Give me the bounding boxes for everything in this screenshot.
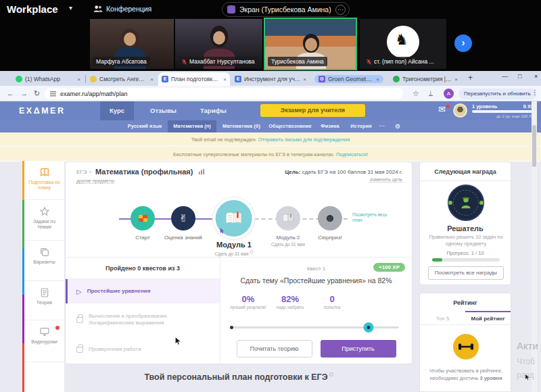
telegram-subscribe-link[interactable]: Подписаться!	[336, 151, 368, 157]
target-slider[interactable]	[230, 322, 399, 332]
close-icon[interactable]: ×	[376, 76, 379, 82]
stats-chart-icon[interactable]	[198, 168, 205, 175]
browser-tab-active[interactable]: Е План подготовки | Матем×	[158, 72, 230, 86]
close-icon[interactable]: ×	[223, 76, 227, 82]
site-info-icon[interactable]	[50, 91, 56, 97]
sidebar-item-theory[interactable]: Теория	[24, 281, 64, 320]
slider-current-dot	[230, 326, 233, 329]
overlay-text-fragment: Акти	[517, 340, 538, 351]
browser-profile-avatar[interactable]: A	[444, 89, 454, 99]
restart-update-button[interactable]: Перезапустить и обновить	[458, 89, 536, 99]
trig-favicon	[393, 76, 400, 82]
open-book-icon	[225, 212, 243, 225]
examer-logo[interactable]: EXΔMER	[19, 106, 65, 116]
download-icon[interactable]: ↓	[429, 89, 433, 96]
browser-tab-grouped[interactable]: G Groen Geometry Class Sys×	[311, 72, 387, 86]
book-icon	[39, 167, 50, 178]
subject-tab-math-p[interactable]: Математика (п)	[168, 120, 216, 132]
conference-tab[interactable]: Конференция	[106, 5, 151, 13]
quest-item-test[interactable]: Проверочная работа	[66, 336, 220, 363]
solver-badge-icon	[448, 185, 484, 221]
close-icon[interactable]: ×	[303, 76, 306, 82]
quest-item-equations[interactable]: ▷ Простейшие уравнения	[66, 279, 220, 303]
video-tile-active-speaker[interactable]: Турисбекова Амина	[264, 18, 357, 70]
close-icon[interactable]: ×	[454, 76, 458, 82]
quests-progress-header: Пройдено 0 квестов из 3	[66, 258, 220, 279]
surprise-character-icon: ☻	[318, 206, 342, 230]
closed-book-icon	[282, 214, 294, 223]
info-icon[interactable]	[250, 250, 253, 253]
close-icon[interactable]: ×	[150, 76, 154, 82]
people-icon	[93, 5, 103, 13]
video-tile[interactable]: ♞ ст. (пип пол) Айсана ...	[360, 19, 446, 69]
slider-handle[interactable]	[364, 322, 374, 333]
path-node-surprise[interactable]: ☻ Сюрприз!	[318, 206, 342, 241]
address-bar[interactable]: examer.ru/app/math/plan	[45, 88, 403, 99]
other-subjects-link[interactable]: другие предметы	[76, 178, 114, 184]
subject-tab-social[interactable]: Обществознание	[265, 120, 315, 132]
read-theory-button[interactable]: Почитать теорию	[237, 340, 312, 358]
browser-tab[interactable]: Е Инструмент для учителя×	[231, 72, 310, 86]
close-icon[interactable]: ×	[77, 76, 80, 82]
chevron-down-icon[interactable]: ▾	[69, 4, 72, 11]
video-favicon	[90, 76, 97, 82]
browser-tab[interactable]: (1) WhatsApp×	[12, 72, 84, 86]
tab-top5[interactable]: Топ 5	[420, 311, 465, 324]
back-icon[interactable]: ←	[7, 89, 14, 97]
dumbbell-icon	[453, 334, 479, 360]
subjects-settings-icon[interactable]: ⚙	[395, 120, 400, 132]
window-close-button[interactable]: ×	[534, 73, 538, 80]
teacher-button[interactable]: Экзамер для учителя	[260, 104, 365, 117]
subject-tab-russian[interactable]: Русский язык	[124, 120, 165, 132]
new-tab-button[interactable]: +	[468, 73, 473, 82]
telegram-alert: Бесплатные суперполезные материалы по ЕГ…	[0, 147, 541, 162]
bookmark-star-icon[interactable]: ☆	[413, 89, 419, 98]
window-maximize-button[interactable]: □	[518, 73, 521, 80]
sidebar-item-video[interactable]: Видеоуроки	[24, 320, 64, 362]
subject-tab-history[interactable]: История	[346, 120, 376, 132]
mail-icon[interactable]: ✉	[438, 104, 446, 114]
breadcrumb[interactable]: ЕГЭ	[76, 169, 87, 175]
email-confirm-link[interactable]: Отправить письмо для подтверждения	[258, 137, 350, 143]
subjects-more-icon[interactable]: ⋯	[379, 120, 385, 132]
edit-goal-link[interactable]: изменить цель	[370, 177, 402, 182]
path-node-assessment[interactable]: ✌ Оценка знаний	[164, 206, 202, 241]
browser-tab[interactable]: Смотреть Ангельские ри×	[87, 72, 157, 86]
tab-my-rating[interactable]: Мой рейтинг	[465, 311, 511, 324]
nav-course[interactable]: Курс	[100, 101, 134, 120]
scrollbar-thumb[interactable]	[532, 125, 536, 167]
user-avatar[interactable]	[453, 103, 467, 118]
overlay-text-fragment: Чтоб	[517, 357, 535, 366]
start-quest-button[interactable]: Приступить	[321, 340, 396, 358]
goal-text: Цель: сдать ЕГЭ на 100 баллов 31 мая 202…	[285, 169, 402, 175]
sidebar-item-tasks[interactable]: Задачи по темам	[24, 200, 64, 241]
avatar-figure-icon: ♞	[395, 31, 408, 49]
mic-muted-icon	[366, 59, 372, 65]
forward-icon[interactable]: →	[20, 89, 28, 97]
subject-tab-math-b[interactable]: Математика (б)	[219, 120, 264, 132]
rating-card-title: Рейтинг	[420, 293, 511, 312]
browser-tab[interactable]: Тригонометрия | Матема×	[390, 72, 461, 86]
plan-card: ЕГЭ » Математика (профильная) другие пре…	[65, 162, 413, 364]
more-options-icon[interactable]: ⋯	[335, 5, 346, 15]
window-minimize-button[interactable]: —	[502, 73, 508, 80]
reload-icon[interactable]: ↻	[34, 89, 40, 98]
all-rewards-button[interactable]: Посмотреть все награды	[428, 266, 504, 280]
url-text: examer.ru/app/math/plan	[60, 91, 128, 97]
info-icon[interactable]	[329, 372, 333, 376]
quest-item-log[interactable]: Вычисления и преобразования. Логарифмиче…	[66, 303, 220, 336]
browser-menu-icon[interactable]: ⋮	[532, 89, 538, 96]
nav-tariffs[interactable]: Тарифы	[191, 101, 236, 120]
video-tile[interactable]: Махаббат Нурсултанова	[175, 19, 262, 69]
path-node-module2[interactable]: Модуль 2 Сдать до 31 мая	[271, 206, 305, 247]
gallery-next-button[interactable]: ›	[454, 34, 472, 52]
sidebar-item-variants[interactable]: Варианты	[24, 241, 64, 281]
sidebar-item-plan[interactable]: Подготовка по плану	[24, 161, 64, 200]
nav-reviews[interactable]: Отзывы	[141, 101, 186, 120]
subject-tab-physics[interactable]: Физика	[316, 120, 344, 132]
mouse-cursor	[174, 337, 183, 346]
path-node-start[interactable]: Старт	[131, 206, 155, 241]
video-tile[interactable]: Марфуга Абсатова	[90, 19, 174, 69]
view-full-plan-link[interactable]: Посмотреть весь план	[352, 212, 394, 224]
screen-share-pill[interactable]: Экран (Турисбекова Амина) ⋯	[222, 2, 350, 17]
